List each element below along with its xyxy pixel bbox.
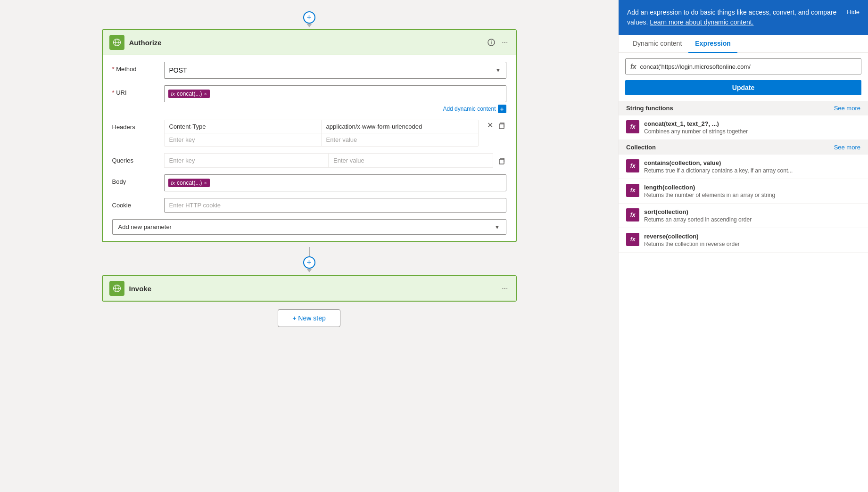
fn-info-reverse: reverse(collection) Returns the collecti… (644, 233, 860, 247)
tab-dynamic-content[interactable]: Dynamic content (626, 35, 688, 53)
add-param-dropdown[interactable]: Add new parameter ▼ (112, 219, 506, 235)
svg-rect-5 (499, 124, 504, 129)
middle-connector[interactable]: + (303, 247, 315, 272)
string-functions-title: String functions (626, 105, 673, 112)
copy-icon-queries (498, 157, 505, 164)
headers-label: Headers (112, 120, 164, 131)
fn-info-concat: concat(text_1, text_2?, ...) Combines an… (644, 120, 860, 135)
method-select[interactable]: POST ▼ (164, 62, 506, 79)
queries-key[interactable]: Enter key (165, 154, 329, 167)
queries-copy-button[interactable] (497, 156, 506, 165)
cookie-control (164, 198, 506, 213)
expression-box[interactable]: fx concat('https://login.microsoftonline… (625, 58, 861, 74)
fn-desc-concat: Combines any number of strings together (644, 128, 860, 135)
fn-icon-concat: fx (626, 120, 639, 133)
invoke-more-button[interactable]: ··· (501, 283, 509, 294)
right-header-link[interactable]: Learn more about dynamic content. (650, 18, 753, 26)
queries-row: Queries Enter key Enter value (112, 153, 506, 168)
method-row: Method POST ▼ (112, 62, 506, 79)
collection-header: Collection See more (619, 140, 868, 155)
method-control: POST ▼ (164, 62, 506, 79)
fn-info-sort: sort(collection) Returns an array sorted… (644, 208, 860, 223)
uri-token-field[interactable]: fx concat(...) × (164, 85, 506, 102)
headers-table: Content-Type application/x-www-form-urle… (164, 120, 479, 147)
ellipsis-icon: ··· (502, 38, 508, 47)
fn-desc-length: Returns the number of elements in an arr… (644, 192, 860, 198)
add-dynamic-link[interactable]: Add dynamic content + (443, 105, 506, 113)
method-value: POST (169, 66, 187, 74)
headers-delete-button[interactable]: ✕ (486, 120, 494, 131)
fn-item-reverse[interactable]: fx reverse(collection) Returns the colle… (619, 228, 868, 253)
expression-value: concat('https://login.microsoftonline.co… (640, 63, 856, 70)
headers-copy-button[interactable] (497, 121, 506, 130)
right-panel: Add an expression to do basic things lik… (618, 0, 868, 492)
authorize-card: Authorize i ··· Method POST (102, 29, 517, 242)
authorize-card-header: Authorize i ··· (103, 30, 516, 55)
queries-label: Queries (112, 153, 164, 164)
invoke-card: Invoke ··· (102, 275, 517, 302)
body-token: fx concat(...) × (168, 179, 210, 187)
invoke-card-header: Invoke ··· (103, 276, 516, 301)
globe-icon-invoke (113, 284, 121, 293)
headers-value-placeholder[interactable]: Enter value (322, 133, 478, 146)
authorize-title: Authorize (129, 39, 487, 47)
fn-name-reverse: reverse(collection) (644, 233, 860, 240)
queries-row-1: Enter key Enter value (164, 153, 493, 168)
select-arrow-icon: ▼ (496, 67, 501, 74)
add-step-plus-top[interactable]: + (303, 11, 315, 24)
authorize-card-body: Method POST ▼ URI fx concat(...) (103, 55, 516, 241)
fn-item-contains[interactable]: fx contains(collection, value) Returns t… (619, 155, 868, 179)
cookie-label: Cookie (112, 198, 164, 209)
body-token-field[interactable]: fx concat(...) × (164, 174, 506, 191)
authorize-icon (109, 35, 124, 50)
add-step-plus-mid[interactable]: + (303, 256, 315, 269)
more-options-button[interactable]: ··· (501, 37, 509, 48)
right-header: Add an expression to do basic things lik… (619, 0, 868, 35)
cookie-input[interactable] (164, 198, 506, 213)
fx-icon-body: fx (171, 180, 175, 186)
fn-desc-contains: Returns true if a dictionary contains a … (644, 167, 860, 174)
headers-row: Headers Content-Type application/x-www-f… (112, 120, 506, 147)
body-token-label: concat(...) (177, 180, 202, 186)
headers-key-1[interactable]: Content-Type (165, 120, 322, 133)
body-token-close[interactable]: × (204, 180, 207, 186)
hide-button[interactable]: Hide (847, 8, 860, 16)
headers-value-1[interactable]: application/x-www-form-urlencoded (322, 120, 478, 133)
add-param-label: Add new parameter (118, 223, 172, 230)
fx-icon-uri: fx (171, 91, 175, 97)
fn-icon-contains: fx (626, 159, 639, 172)
fn-icon-length: fx (626, 184, 639, 197)
info-button[interactable]: i (487, 38, 496, 47)
headers-row-2: Enter key Enter value (165, 133, 478, 146)
tab-expression[interactable]: Expression (688, 35, 737, 53)
uri-token-close[interactable]: × (204, 91, 207, 97)
fn-info-length: length(collection) Returns the number of… (644, 184, 860, 198)
collection-title: Collection (626, 144, 656, 151)
top-connector[interactable]: + (303, 11, 315, 27)
fn-icon-sort: fx (626, 208, 639, 221)
fn-name-contains: contains(collection, value) (644, 159, 860, 166)
fn-desc-sort: Returns an array sorted in ascending ord… (644, 216, 860, 223)
globe-icon (113, 38, 121, 47)
fn-item-sort[interactable]: fx sort(collection) Returns an array sor… (619, 204, 868, 228)
headers-row-1: Content-Type application/x-www-form-urle… (165, 120, 478, 133)
fn-icon-reverse: fx (626, 233, 639, 246)
uri-control: fx concat(...) × Add dynamic content + (164, 85, 506, 113)
add-param-arrow: ▼ (495, 224, 500, 230)
new-step-button[interactable]: + New step (278, 309, 340, 327)
collection-see-more[interactable]: See more (834, 144, 860, 151)
fn-item-length[interactable]: fx length(collection) Returns the number… (619, 179, 868, 204)
invoke-title: Invoke (129, 285, 501, 293)
queries-value[interactable]: Enter value (329, 154, 493, 167)
connector-line-mid (309, 247, 310, 256)
fn-item-concat[interactable]: fx concat(text_1, text_2?, ...) Combines… (619, 115, 868, 140)
headers-key-placeholder[interactable]: Enter key (165, 133, 322, 146)
delete-icon: ✕ (487, 121, 493, 130)
queries-control: Enter key Enter value (164, 153, 506, 168)
add-dynamic-plus-icon: + (498, 105, 506, 113)
headers-actions: ✕ (486, 120, 506, 131)
uri-row: URI fx concat(...) × Add dynamic content… (112, 85, 506, 113)
fn-name-length: length(collection) (644, 184, 860, 191)
update-button[interactable]: Update (625, 80, 861, 95)
string-functions-see-more[interactable]: See more (834, 105, 860, 112)
